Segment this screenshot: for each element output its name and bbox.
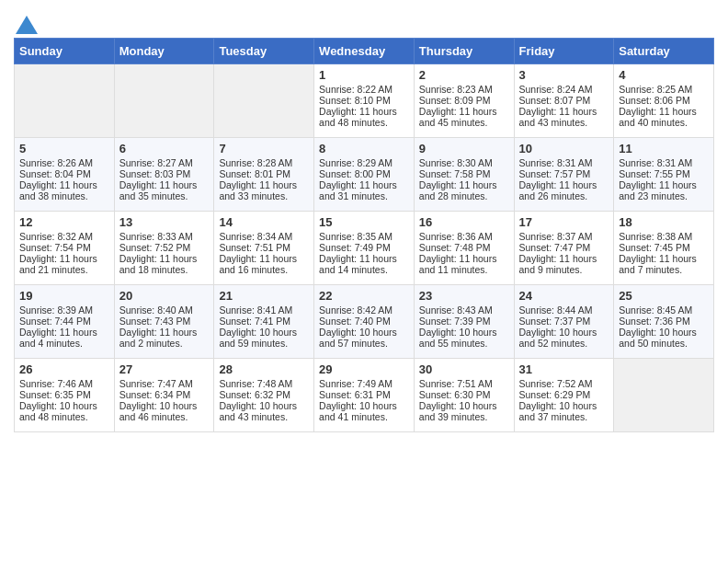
calendar-cell: 10Sunrise: 8:31 AMSunset: 7:57 PMDayligh…: [514, 138, 614, 212]
day-info: Sunset: 7:58 PM: [419, 168, 509, 179]
day-number: 9: [419, 142, 509, 155]
day-info: Sunset: 7:49 PM: [319, 242, 409, 253]
calendar-cell: 21Sunrise: 8:41 AMSunset: 7:41 PMDayligh…: [214, 285, 314, 359]
day-info: Daylight: 11 hours and 40 minutes.: [619, 106, 709, 128]
day-info: Sunrise: 8:31 AM: [619, 157, 709, 168]
calendar-cell: 8Sunrise: 8:29 AMSunset: 8:00 PMDaylight…: [314, 138, 415, 212]
day-info: Sunset: 6:31 PM: [319, 389, 409, 400]
day-info: Daylight: 11 hours and 26 minutes.: [519, 179, 609, 201]
calendar-cell: 12Sunrise: 8:32 AMSunset: 7:54 PMDayligh…: [15, 212, 115, 285]
calendar-cell: 16Sunrise: 8:36 AMSunset: 7:48 PMDayligh…: [414, 212, 514, 285]
calendar-cell: 26Sunrise: 7:46 AMSunset: 6:35 PMDayligh…: [15, 359, 115, 432]
day-info: Sunset: 7:40 PM: [319, 316, 409, 327]
day-info: Sunrise: 8:22 AM: [319, 84, 409, 95]
weekday-header-sunday: Sunday: [15, 39, 115, 64]
day-info: Sunset: 7:43 PM: [119, 316, 210, 327]
day-number: 10: [519, 142, 609, 155]
day-info: Sunrise: 8:44 AM: [519, 304, 609, 316]
day-info: Sunrise: 8:23 AM: [419, 84, 509, 95]
day-info: Sunrise: 8:29 AM: [319, 157, 409, 168]
day-number: 6: [119, 142, 210, 155]
day-info: Sunrise: 8:39 AM: [19, 304, 109, 316]
day-info: Daylight: 10 hours and 48 minutes.: [19, 400, 109, 422]
calendar-cell: 18Sunrise: 8:38 AMSunset: 7:45 PMDayligh…: [614, 212, 714, 285]
day-info: Sunrise: 7:49 AM: [319, 378, 409, 389]
day-info: Sunset: 8:10 PM: [319, 95, 409, 106]
day-info: Sunset: 6:29 PM: [519, 389, 609, 400]
day-info: Sunrise: 8:37 AM: [519, 231, 609, 242]
day-info: Sunset: 8:07 PM: [519, 95, 609, 106]
day-number: 22: [319, 289, 409, 303]
day-info: Sunrise: 7:48 AM: [219, 378, 309, 389]
day-info: Sunrise: 8:28 AM: [219, 157, 309, 168]
calendar-cell: 9Sunrise: 8:30 AMSunset: 7:58 PMDaylight…: [414, 138, 514, 212]
weekday-header-row: SundayMondayTuesdayWednesdayThursdayFrid…: [15, 39, 714, 64]
calendar-cell: 30Sunrise: 7:51 AMSunset: 6:30 PMDayligh…: [414, 359, 514, 432]
day-info: Daylight: 11 hours and 14 minutes.: [319, 253, 409, 275]
day-info: Daylight: 11 hours and 35 minutes.: [119, 179, 210, 201]
calendar-table: SundayMondayTuesdayWednesdayThursdayFrid…: [14, 38, 714, 432]
day-info: Sunset: 7:55 PM: [619, 168, 709, 179]
calendar-cell: 31Sunrise: 7:52 AMSunset: 6:29 PMDayligh…: [514, 359, 614, 432]
logo: [14, 15, 38, 34]
day-info: Sunrise: 8:25 AM: [619, 84, 709, 95]
calendar-week-row: 19Sunrise: 8:39 AMSunset: 7:44 PMDayligh…: [15, 285, 714, 359]
day-info: Daylight: 11 hours and 45 minutes.: [419, 106, 509, 128]
day-info: Sunset: 7:39 PM: [419, 316, 509, 327]
day-number: 29: [319, 362, 409, 376]
day-info: Daylight: 11 hours and 48 minutes.: [319, 106, 409, 128]
day-info: Daylight: 11 hours and 9 minutes.: [519, 253, 609, 275]
page-header: [14, 9, 714, 34]
day-info: Sunset: 6:32 PM: [219, 389, 309, 400]
day-info: Sunrise: 8:32 AM: [19, 231, 109, 242]
day-number: 20: [119, 289, 210, 303]
day-info: Sunrise: 8:38 AM: [619, 231, 709, 242]
day-info: Sunset: 7:57 PM: [519, 168, 609, 179]
day-number: 1: [319, 68, 409, 82]
day-info: Sunrise: 8:26 AM: [19, 157, 109, 168]
calendar-cell: [15, 64, 115, 138]
day-number: 24: [519, 289, 609, 303]
day-number: 2: [419, 68, 509, 82]
day-info: Sunset: 7:52 PM: [119, 242, 210, 253]
day-info: Sunrise: 8:35 AM: [319, 231, 409, 242]
day-number: 3: [519, 68, 609, 82]
day-number: 19: [19, 289, 109, 303]
day-number: 18: [619, 215, 709, 229]
calendar-cell: 23Sunrise: 8:43 AMSunset: 7:39 PMDayligh…: [414, 285, 514, 359]
calendar-cell: 3Sunrise: 8:24 AMSunset: 8:07 PMDaylight…: [514, 64, 614, 138]
calendar-cell: 29Sunrise: 7:49 AMSunset: 6:31 PMDayligh…: [314, 359, 415, 432]
calendar-week-row: 5Sunrise: 8:26 AMSunset: 8:04 PMDaylight…: [15, 138, 714, 212]
day-info: Sunset: 8:06 PM: [619, 95, 709, 106]
calendar-cell: 27Sunrise: 7:47 AMSunset: 6:34 PMDayligh…: [114, 359, 214, 432]
calendar-cell: 24Sunrise: 8:44 AMSunset: 7:37 PMDayligh…: [514, 285, 614, 359]
calendar-week-row: 1Sunrise: 8:22 AMSunset: 8:10 PMDaylight…: [15, 64, 714, 138]
day-info: Sunrise: 8:34 AM: [219, 231, 309, 242]
day-info: Daylight: 11 hours and 4 minutes.: [19, 327, 109, 349]
day-info: Sunset: 8:09 PM: [419, 95, 509, 106]
day-info: Sunrise: 8:41 AM: [219, 304, 309, 316]
calendar-cell: [114, 64, 214, 138]
day-info: Sunrise: 7:52 AM: [519, 378, 609, 389]
day-info: Sunset: 6:30 PM: [419, 389, 509, 400]
day-number: 23: [419, 289, 509, 303]
day-info: Sunset: 8:01 PM: [219, 168, 309, 179]
day-number: 15: [319, 215, 409, 229]
day-number: 21: [219, 289, 309, 303]
day-info: Daylight: 10 hours and 39 minutes.: [419, 400, 509, 422]
day-info: Daylight: 11 hours and 21 minutes.: [19, 253, 109, 275]
calendar-cell: 28Sunrise: 7:48 AMSunset: 6:32 PMDayligh…: [214, 359, 314, 432]
day-info: Daylight: 10 hours and 59 minutes.: [219, 327, 309, 349]
day-info: Sunrise: 7:47 AM: [119, 378, 210, 389]
day-info: Daylight: 11 hours and 28 minutes.: [419, 179, 509, 201]
day-info: Sunset: 7:45 PM: [619, 242, 709, 253]
calendar-cell: [214, 64, 314, 138]
day-info: Daylight: 10 hours and 52 minutes.: [519, 327, 609, 349]
calendar-cell: 7Sunrise: 8:28 AMSunset: 8:01 PMDaylight…: [214, 138, 314, 212]
day-number: 8: [319, 142, 409, 155]
day-info: Sunrise: 8:45 AM: [619, 304, 709, 316]
calendar-cell: 17Sunrise: 8:37 AMSunset: 7:47 PMDayligh…: [514, 212, 614, 285]
calendar-week-row: 12Sunrise: 8:32 AMSunset: 7:54 PMDayligh…: [15, 212, 714, 285]
day-info: Daylight: 11 hours and 38 minutes.: [19, 179, 109, 201]
day-info: Sunrise: 8:24 AM: [519, 84, 609, 95]
